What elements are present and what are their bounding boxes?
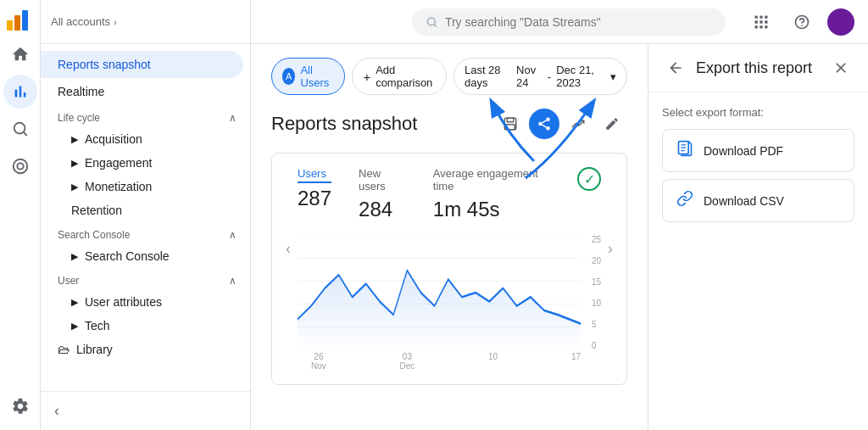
csv-icon bbox=[676, 190, 693, 211]
export-back-btn[interactable] bbox=[662, 54, 689, 81]
settings-icon-btn[interactable] bbox=[3, 389, 37, 423]
user-section-label: User bbox=[58, 275, 79, 287]
sidebar-nav: Reports snapshot Realtime Life cycle ∧ ▶… bbox=[41, 44, 250, 391]
sidebar-item-monetization[interactable]: ▶ Monetization bbox=[41, 175, 250, 198]
y-label-10: 10 bbox=[592, 299, 601, 308]
svg-rect-14 bbox=[760, 25, 762, 28]
stats-row: Users 287 New users 284 Average engageme… bbox=[298, 167, 601, 221]
search-icon bbox=[426, 15, 438, 29]
sidebar-item-acquisition[interactable]: ▶ Acquisition bbox=[41, 127, 250, 151]
chart-y-labels: 25 20 15 10 5 0 bbox=[592, 235, 601, 350]
share-btn[interactable] bbox=[529, 109, 559, 139]
library-label: Library bbox=[76, 343, 113, 356]
retention-label: Retention bbox=[71, 204, 122, 217]
y-label-20: 20 bbox=[592, 256, 601, 265]
svg-rect-7 bbox=[755, 15, 758, 18]
search-console-section: Search Console ∧ bbox=[41, 222, 250, 244]
sidebar-item-realtime[interactable]: Realtime bbox=[41, 78, 243, 105]
stats-card: ‹ Users 287 New users 284 bbox=[271, 153, 627, 385]
lifecycle-section: Life cycle ∧ bbox=[41, 105, 250, 127]
trends-icon bbox=[570, 116, 586, 131]
search-bar[interactable] bbox=[412, 8, 726, 36]
date-range-label: Last 28 days bbox=[465, 64, 511, 89]
svg-point-4 bbox=[13, 159, 27, 174]
date-range-chip[interactable]: Last 28 days Nov 24 - Dec 21, 2023 ▾ bbox=[453, 58, 627, 95]
lifecycle-collapse-icon[interactable]: ∧ bbox=[229, 112, 236, 124]
next-arrow-btn[interactable]: › bbox=[601, 240, 613, 299]
download-csv-option[interactable]: Download CSV bbox=[662, 179, 854, 222]
share-icon bbox=[537, 116, 552, 131]
sidebar-item-retention[interactable]: Retention bbox=[41, 198, 250, 222]
svg-point-3 bbox=[14, 123, 25, 134]
export-panel: Export this report Select export format:… bbox=[648, 44, 868, 430]
all-users-label: All Users bbox=[300, 64, 334, 89]
prev-arrow-btn[interactable]: ‹ bbox=[286, 240, 298, 299]
trends-btn[interactable] bbox=[563, 109, 593, 139]
sidebar-item-reports-snapshot[interactable]: Reports snapshot bbox=[41, 51, 243, 78]
accounts-label: All accounts bbox=[51, 15, 110, 28]
sidebar-item-library[interactable]: 🗁 Library bbox=[41, 338, 250, 361]
accounts-chevron-icon: › bbox=[114, 17, 117, 27]
acquisition-label: Acquisition bbox=[85, 132, 142, 146]
download-pdf-label: Download PDF bbox=[704, 144, 783, 158]
sidebar-item-search-console[interactable]: ▶ Search Console bbox=[41, 244, 250, 268]
tech-label: Tech bbox=[85, 319, 110, 332]
advertising-icon-btn[interactable] bbox=[3, 149, 37, 183]
user-avatar[interactable] bbox=[827, 8, 854, 36]
new-users-stat[interactable]: New users 284 bbox=[359, 167, 406, 221]
svg-point-6 bbox=[427, 18, 435, 25]
sidebar-item-engagement[interactable]: ▶ Engagement bbox=[41, 151, 250, 175]
search-input[interactable] bbox=[445, 15, 712, 29]
date-start: Nov 24 bbox=[516, 64, 542, 89]
search-console-section-label: Search Console bbox=[58, 229, 130, 241]
svg-rect-12 bbox=[765, 20, 767, 23]
accounts-nav[interactable]: All accounts › bbox=[51, 15, 117, 28]
collapse-sidebar-icon[interactable]: ‹ bbox=[54, 402, 59, 420]
export-header: Export this report bbox=[648, 44, 868, 92]
svg-rect-19 bbox=[507, 118, 514, 122]
export-close-btn[interactable] bbox=[827, 54, 854, 81]
users-label: Users bbox=[298, 167, 331, 183]
user-section: User ∧ bbox=[41, 268, 250, 290]
search-console-collapse-icon[interactable]: ∧ bbox=[229, 229, 236, 241]
svg-point-17 bbox=[801, 25, 803, 26]
reports-icon-btn[interactable] bbox=[3, 75, 37, 109]
search-console-expand-icon: ▶ bbox=[71, 251, 78, 262]
report-toolbar: A All Users + Add comparison Last 28 day… bbox=[271, 58, 627, 95]
realtime-label: Realtime bbox=[58, 85, 104, 98]
avg-engagement-stat[interactable]: Average engagement time 1m 45s bbox=[433, 167, 550, 221]
user-collapse-icon[interactable]: ∧ bbox=[229, 275, 236, 287]
explore-icon-btn[interactable] bbox=[3, 112, 37, 146]
date-end: Dec 21, 2023 bbox=[556, 64, 605, 89]
users-stat[interactable]: Users 287 bbox=[298, 167, 331, 210]
svg-rect-15 bbox=[765, 25, 767, 28]
sidebar-bottom: ‹ bbox=[41, 391, 250, 430]
analytics-logo bbox=[3, 7, 31, 34]
svg-marker-30 bbox=[298, 271, 581, 350]
sidebar-item-tech[interactable]: ▶ Tech bbox=[41, 314, 250, 338]
export-title: Export this report bbox=[696, 59, 821, 77]
pdf-icon bbox=[676, 140, 693, 161]
users-value: 287 bbox=[298, 187, 331, 210]
status-check-icon: ✓ bbox=[577, 167, 601, 191]
help-icon-btn[interactable] bbox=[787, 7, 817, 37]
download-pdf-option[interactable]: Download PDF bbox=[662, 129, 854, 172]
monetization-expand-icon: ▶ bbox=[71, 181, 78, 193]
y-label-5: 5 bbox=[592, 320, 601, 329]
avg-engagement-label: Average engagement time bbox=[433, 167, 550, 194]
edit-btn[interactable] bbox=[597, 109, 627, 139]
user-attributes-expand-icon: ▶ bbox=[71, 297, 78, 308]
svg-point-21 bbox=[546, 118, 550, 122]
sidebar-item-user-attributes[interactable]: ▶ User attributes bbox=[41, 290, 250, 314]
svg-rect-20 bbox=[506, 125, 515, 130]
apps-icon-btn[interactable] bbox=[746, 7, 776, 37]
home-icon-btn[interactable] bbox=[3, 37, 37, 71]
svg-rect-1 bbox=[14, 15, 20, 31]
all-users-chip[interactable]: A All Users bbox=[271, 58, 345, 95]
add-comparison-chip[interactable]: + Add comparison bbox=[352, 58, 447, 95]
svg-rect-8 bbox=[760, 15, 762, 18]
svg-point-5 bbox=[17, 163, 23, 169]
x-label-10: 10 bbox=[488, 352, 498, 371]
reports-snapshot-label: Reports snapshot bbox=[58, 58, 151, 71]
save-customization-btn[interactable] bbox=[495, 109, 526, 139]
